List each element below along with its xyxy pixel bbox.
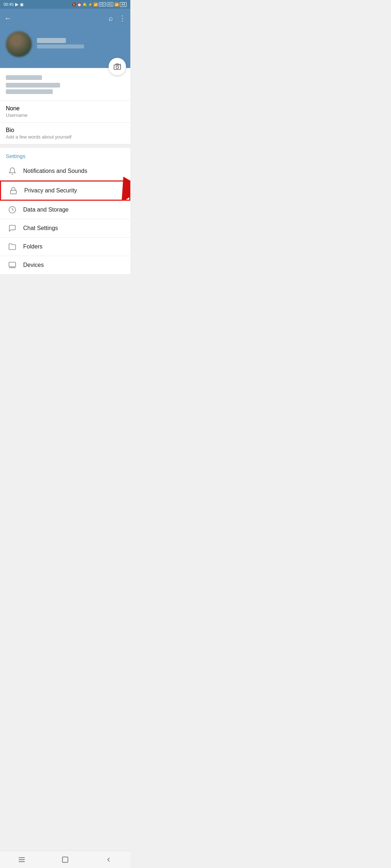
camera-icon (113, 63, 121, 71)
search-button[interactable]: ⌕ (109, 14, 113, 22)
toolbar-left: ← (4, 14, 12, 22)
profile-header (0, 27, 130, 68)
username-row[interactable]: None Username (0, 101, 130, 123)
hd-badge: HD (99, 2, 106, 7)
status-left: 00:45 ▶ ▣ (4, 2, 24, 7)
mute-icon: 🔕 (72, 3, 76, 7)
chat-icon (6, 224, 19, 232)
bluetooth-icon: ⚡ (88, 3, 92, 7)
settings-item-chat[interactable]: Chat Settings (0, 219, 130, 238)
bell-icon (6, 167, 19, 175)
signal-icon: 📶 (114, 3, 119, 7)
privacy-label: Privacy and Security (24, 187, 77, 194)
toolbar: ← ⌕ ⋮ (0, 9, 130, 27)
network-badge: 4G (107, 2, 113, 7)
username-value: None (6, 105, 125, 112)
lock-icon (7, 187, 20, 195)
clock-icon (6, 206, 19, 214)
toolbar-right: ⌕ ⋮ (109, 14, 126, 22)
wifi-icon: 📶 (93, 3, 98, 7)
folder-icon (6, 243, 19, 251)
alarm-icon: ⏰ (77, 3, 81, 7)
more-button[interactable]: ⋮ (119, 14, 126, 22)
message-icon: ▣ (20, 2, 24, 7)
folders-label: Folders (23, 243, 42, 250)
data-label: Data and Storage (23, 207, 68, 213)
back-button[interactable]: ← (4, 14, 12, 22)
camera-button[interactable] (109, 58, 126, 75)
red-arrow (106, 160, 130, 200)
notifications-label: Notifications and Sounds (23, 168, 87, 174)
time: 00:45 (4, 2, 14, 7)
status-bar: 00:45 ▶ ▣ 🔕 ⏰ 🔔 ⚡ 📶 HD 4G 📶 44 (0, 0, 130, 9)
bio-placeholder: Add a few words about yourself (6, 134, 125, 140)
battery-icon: 44 (120, 2, 127, 7)
profile-phone (37, 44, 84, 48)
settings-section: Settings Notifications and Sounds Privac… (0, 148, 130, 275)
svg-rect-9 (9, 262, 16, 267)
svg-point-1 (116, 66, 118, 68)
status-right: 🔕 ⏰ 🔔 ⚡ 📶 HD 4G 📶 44 (72, 2, 127, 7)
chat-label: Chat Settings (23, 225, 58, 231)
avatar[interactable] (6, 31, 32, 57)
location-icon: ▶ (15, 2, 18, 7)
bell-off-icon: 🔔 (83, 3, 87, 7)
profile-info (37, 38, 84, 51)
section-divider (0, 144, 130, 148)
settings-item-folders[interactable]: Folders (0, 238, 130, 256)
settings-item-data[interactable]: Data and Storage (0, 201, 130, 219)
bio-row[interactable]: Bio Add a few words about yourself (0, 123, 130, 144)
laptop-icon (6, 261, 19, 269)
profile-name (37, 38, 66, 43)
bio-value: Bio (6, 127, 125, 133)
profile-details (0, 68, 130, 101)
blurred-line-3 (6, 89, 53, 94)
username-label: Username (6, 112, 125, 118)
devices-label: Devices (23, 262, 44, 268)
svg-rect-5 (10, 190, 17, 194)
blurred-line-1 (6, 75, 42, 80)
blurred-line-2 (6, 83, 60, 88)
settings-item-privacy[interactable]: Privacy and Security (0, 180, 130, 201)
svg-line-7 (127, 162, 130, 192)
settings-item-devices[interactable]: Devices (0, 256, 130, 275)
